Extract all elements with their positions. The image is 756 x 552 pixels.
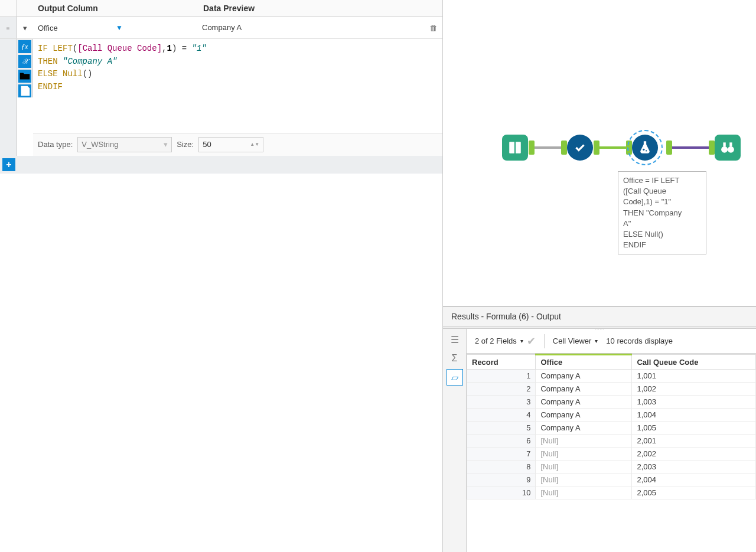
results-toolstrip: ☰ Σ ▱ [443,329,467,552]
formula-tool[interactable] [632,135,658,161]
table-row[interactable]: 3Company A1,003 [467,396,756,409]
datatype-select[interactable]: V_WString ▾ [77,137,172,152]
output-column-header: Output Column [33,0,198,17]
output-anchor[interactable] [666,141,672,155]
view-list-button[interactable]: ☰ [447,331,463,348]
records-displayed-label: 10 records displaye [606,337,673,345]
expand-toggle[interactable]: ▾ [17,17,33,39]
size-label: Size: [177,140,194,149]
formula-editor[interactable]: IF LEFT([Call Queue Code],1) = "1" THEN … [33,39,442,97]
table-row[interactable]: 7[Null]2,002 [467,448,756,460]
input-anchor[interactable] [626,141,632,155]
add-expression-button[interactable]: + [2,158,15,171]
col-record[interactable]: Record [467,355,536,370]
input-anchor[interactable] [709,141,715,155]
input-anchor[interactable] [561,141,567,155]
select-tool[interactable] [567,135,593,161]
cell-viewer-dropdown[interactable]: Cell Viewer ▾ [553,337,598,345]
cell-office: Company A [536,409,632,422]
cell-office: [Null] [536,435,632,448]
svg-point-4 [643,149,644,151]
data-preview-header: Data Preview [198,0,423,17]
col-call-queue-code[interactable]: Call Queue Code [632,355,756,370]
plus-icon: + [6,159,11,170]
results-toolbar: 2 of 2 Fields ▾ ✔ Cell Viewer ▾ 10 recor… [467,329,756,354]
svg-rect-9 [729,142,732,146]
cell-cqc: 2,001 [632,435,756,448]
connector[interactable] [535,146,564,149]
list-icon: ☰ [451,334,459,345]
gutter [0,0,17,17]
cell-record: 2 [467,383,536,396]
cell-record: 10 [467,486,536,499]
cell-record: 7 [467,448,536,460]
cell-cqc: 1,001 [632,370,756,383]
save-icon [18,84,31,97]
view-sigma-button[interactable]: Σ [447,350,463,367]
cell-record: 9 [467,473,536,486]
caret-down-icon: ▾ [520,338,523,344]
delete-button[interactable]: 🗑 [423,17,442,39]
results-title: Results - Formula (6) - Output [443,307,756,326]
spinner-icon[interactable]: ▲▼ [250,142,259,147]
save-button[interactable] [18,84,31,97]
x-var-button[interactable]: 𝒳 [18,55,31,68]
check-icon [572,140,588,155]
output-anchor[interactable] [594,141,599,155]
workflow-canvas[interactable]: Office = IF LEFT ([Call Queue Code],1) =… [443,0,756,307]
table-row[interactable]: 5Company A1,005 [467,422,756,435]
table-row[interactable]: 1Company A1,001 [467,370,756,383]
results-grid: Record Office Call Queue Code 1Company A… [467,354,756,499]
connector[interactable] [599,146,629,149]
cell-cqc: 2,004 [632,473,756,486]
data-preview-value: Company A [198,17,423,39]
input-data-tool[interactable] [502,135,528,161]
output-column-value: Office [38,24,116,32]
cell-record: 3 [467,396,536,409]
svg-point-0 [511,145,513,146]
flask-icon [637,140,653,155]
cell-office: [Null] [536,460,632,473]
browse-tool[interactable] [715,135,741,161]
chevron-down-icon: ▾ [23,24,27,32]
book-icon [507,140,523,155]
cell-cqc: 1,004 [632,409,756,422]
size-input[interactable]: 50 ▲▼ [198,137,263,152]
chevron-down-icon: ▾ [164,140,168,149]
cell-office: [Null] [536,448,632,460]
folder-button[interactable] [18,70,31,83]
config-panel: Output Column Data Preview ≡ ▾ Office ▼ … [0,0,443,552]
datatype-row: Data type: V_WString ▾ Size: 50 ▲▼ [33,133,442,156]
cell-office: Company A [536,422,632,435]
sigma-icon: Σ [452,353,458,364]
table-row[interactable]: 9[Null]2,004 [467,473,756,486]
connector[interactable] [672,146,711,149]
table-row[interactable]: 8[Null]2,003 [467,460,756,473]
cell-office: [Null] [536,473,632,486]
fields-dropdown[interactable]: 2 of 2 Fields ▾ ✔ [475,335,536,348]
view-output-button[interactable]: ▱ [447,369,463,386]
cell-office: [Null] [536,486,632,499]
fx-button[interactable]: ƒx [18,40,31,53]
cell-record: 1 [467,370,536,383]
expand-header [17,0,33,17]
output-anchor[interactable] [529,141,535,155]
binoculars-icon [720,140,735,155]
cell-cqc: 1,002 [632,383,756,396]
formula-annotation: Office = IF LEFT ([Call Queue Code],1) =… [618,171,706,254]
row-handle[interactable]: ≡ [0,17,17,39]
folder-icon [18,70,31,83]
table-row[interactable]: 2Company A1,002 [467,383,756,396]
cell-cqc: 1,003 [632,396,756,409]
chevron-down-icon: ▼ [116,24,194,32]
table-row[interactable]: 6[Null]2,001 [467,435,756,448]
cell-cqc: 2,002 [632,448,756,460]
cell-office: Company A [536,383,632,396]
cell-cqc: 2,005 [632,486,756,499]
table-row[interactable]: 10[Null]2,005 [467,486,756,499]
cell-office: Company A [536,370,632,383]
cell-record: 5 [467,422,536,435]
table-row[interactable]: 4Company A1,004 [467,409,756,422]
output-column-dropdown[interactable]: Office ▼ [33,19,198,36]
col-office[interactable]: Office [536,355,632,370]
